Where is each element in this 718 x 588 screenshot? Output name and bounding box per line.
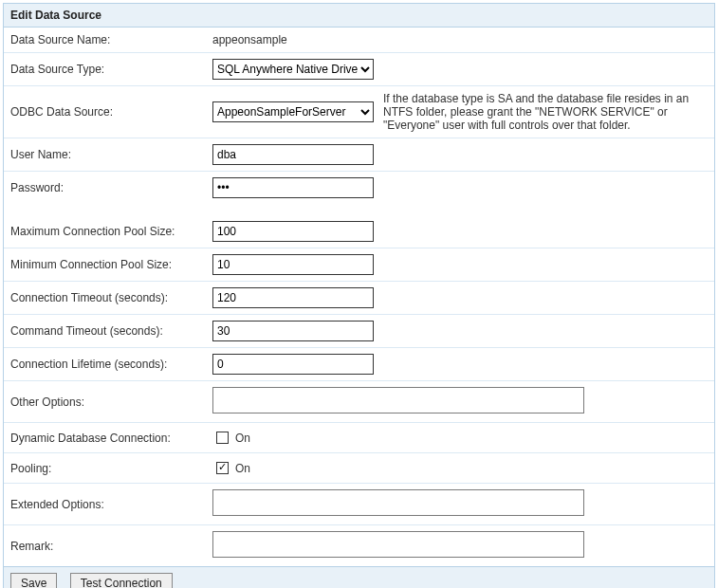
label-dynamic-db: Dynamic Database Connection: <box>4 423 206 453</box>
input-password[interactable] <box>212 177 374 198</box>
textarea-extended-options[interactable] <box>212 489 584 516</box>
label-extended-options: Extended Options: <box>4 484 206 525</box>
input-conn-lifetime[interactable] <box>212 354 374 375</box>
input-user-name[interactable] <box>212 144 374 165</box>
input-cmd-timeout[interactable] <box>212 321 374 341</box>
label-conn-lifetime: Connection Lifetime (seconds): <box>4 348 206 381</box>
textarea-remark[interactable] <box>212 531 584 558</box>
checkbox-dynamic-db-label: On <box>235 432 250 445</box>
save-button[interactable]: Save <box>10 573 57 588</box>
label-remark: Remark: <box>4 525 206 567</box>
label-other-options: Other Options: <box>4 381 206 423</box>
checkbox-dynamic-db[interactable] <box>216 432 229 444</box>
label-odbc-data-source: ODBC Data Source: <box>4 86 206 138</box>
label-min-pool: Minimum Connection Pool Size: <box>4 248 206 282</box>
label-data-source-type: Data Source Type: <box>4 53 206 86</box>
footer-bar: Save Test Connection <box>4 566 714 588</box>
note-odbc: If the database type is SA and the datab… <box>377 86 714 138</box>
label-cmd-timeout: Command Timeout (seconds): <box>4 315 206 348</box>
test-connection-button[interactable]: Test Connection <box>70 573 173 588</box>
panel-title: Edit Data Source <box>4 4 714 28</box>
label-conn-timeout: Connection Timeout (seconds): <box>4 282 206 315</box>
select-data-source-type[interactable]: SQL Anywhere Native Driver <box>212 59 374 80</box>
value-data-source-name: appeonsample <box>212 33 287 46</box>
input-min-pool[interactable] <box>212 254 374 275</box>
label-data-source-name: Data Source Name: <box>4 28 206 53</box>
mid-form-table: Maximum Connection Pool Size: Minimum Co… <box>4 215 714 566</box>
input-max-pool[interactable] <box>212 221 374 242</box>
label-user-name: User Name: <box>4 138 206 172</box>
spacer-table-1 <box>4 204 714 215</box>
checkbox-pooling[interactable] <box>216 462 229 474</box>
label-pooling: Pooling: <box>4 453 206 484</box>
top-form-table: Data Source Name: appeonsample Data Sour… <box>4 28 714 204</box>
input-conn-timeout[interactable] <box>212 287 374 308</box>
checkbox-pooling-label: On <box>235 462 250 475</box>
label-password: Password: <box>4 172 206 205</box>
textarea-other-options[interactable] <box>212 387 584 413</box>
select-odbc-data-source[interactable]: AppeonSampleForServer <box>212 101 374 122</box>
label-max-pool: Maximum Connection Pool Size: <box>4 215 206 248</box>
